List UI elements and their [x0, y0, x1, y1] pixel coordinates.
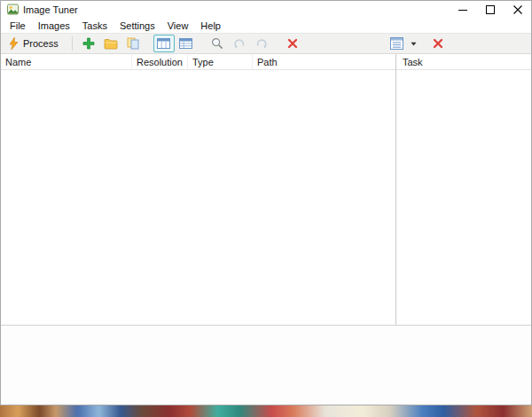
add-images-button[interactable]	[78, 35, 99, 52]
window-controls	[449, 1, 531, 18]
window-title: Image Tuner	[23, 4, 78, 15]
column-header-path[interactable]: Path	[253, 54, 395, 69]
menu-images[interactable]: Images	[32, 20, 76, 32]
file-list-header: Name Resolution Type Path	[1, 54, 395, 70]
toolbar: Process	[1, 33, 531, 54]
zoom-button[interactable]	[207, 35, 228, 52]
task-presets-dropdown[interactable]	[408, 35, 419, 52]
zoom-icon	[211, 37, 223, 50]
thumbnails-view-icon	[157, 38, 170, 49]
task-panel: Task	[395, 54, 531, 325]
process-label: Process	[23, 38, 59, 49]
task-panel-header: Task	[396, 54, 531, 70]
rotate-right-icon	[255, 37, 268, 50]
thumbnails-view-button[interactable]	[153, 35, 175, 52]
remove-images-icon	[287, 38, 298, 49]
task-presets-button[interactable]	[386, 35, 407, 52]
preview-panel	[1, 325, 531, 405]
task-toolbar-group	[386, 35, 450, 52]
column-header-resolution[interactable]: Resolution	[132, 54, 188, 69]
column-header-name[interactable]: Name	[1, 54, 132, 69]
maximize-button[interactable]	[476, 1, 504, 18]
wallpaper-gradient	[0, 405, 532, 417]
close-icon	[513, 5, 522, 14]
details-view-icon	[179, 38, 192, 49]
menu-help[interactable]: Help	[194, 20, 227, 32]
remove-task-button[interactable]	[427, 35, 449, 52]
menu-settings[interactable]: Settings	[113, 20, 161, 32]
remove-images-button[interactable]	[282, 35, 303, 52]
menu-tasks[interactable]: Tasks	[76, 20, 113, 32]
rotate-left-button[interactable]	[229, 35, 250, 52]
copy-icon	[127, 37, 139, 50]
desktop-wallpaper-strip	[0, 405, 532, 417]
menu-view[interactable]: View	[161, 20, 195, 32]
file-list-panel: Name Resolution Type Path	[1, 54, 395, 325]
dropdown-caret-icon	[411, 42, 417, 46]
task-list[interactable]	[396, 70, 531, 325]
close-button[interactable]	[504, 1, 531, 18]
remove-task-icon	[433, 38, 443, 49]
minimize-button[interactable]	[449, 1, 476, 18]
minimize-icon	[458, 5, 467, 14]
details-view-button[interactable]	[176, 35, 197, 52]
lightning-icon	[9, 37, 19, 50]
task-presets-icon	[390, 37, 403, 50]
column-header-task[interactable]: Task	[396, 54, 531, 69]
copy-button[interactable]	[122, 35, 144, 52]
rotate-left-icon	[233, 37, 246, 50]
add-images-icon	[82, 37, 95, 50]
menu-bar: File Images Tasks Settings View Help	[1, 18, 531, 33]
image-list[interactable]	[1, 70, 395, 325]
process-button[interactable]: Process	[4, 35, 66, 52]
title-bar: Image Tuner	[1, 1, 531, 18]
rotate-right-button[interactable]	[251, 35, 272, 52]
screen: Image Tuner File Images Tasks Settings V…	[0, 0, 532, 417]
maximize-icon	[486, 5, 495, 14]
menu-file[interactable]: File	[4, 20, 32, 32]
app-icon	[7, 4, 19, 15]
content-area: Name Resolution Type Path Task	[1, 54, 531, 325]
toolbar-separator	[72, 36, 73, 51]
column-header-type[interactable]: Type	[188, 54, 253, 69]
add-folder-icon	[104, 38, 118, 50]
app-window: Image Tuner File Images Tasks Settings V…	[0, 0, 532, 405]
add-folder-button[interactable]	[100, 35, 121, 52]
